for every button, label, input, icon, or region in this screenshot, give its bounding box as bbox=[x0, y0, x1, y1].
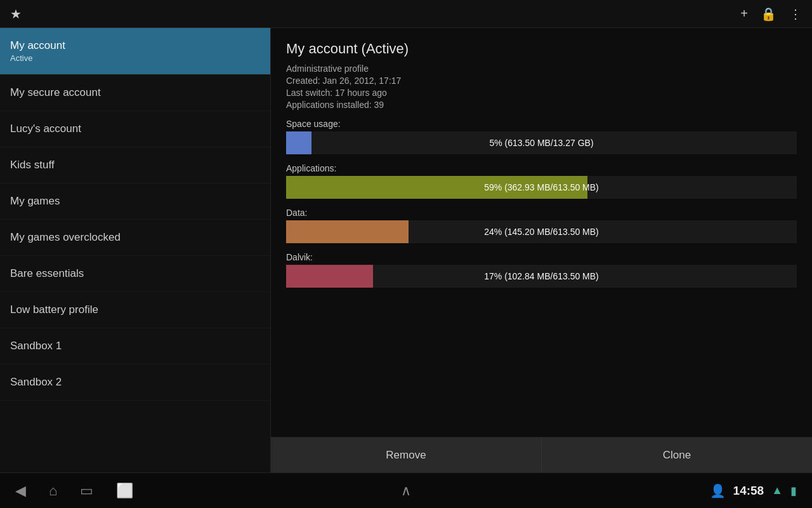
data-bar: 24% (145.20 MB/613.50 MB) bbox=[286, 220, 797, 243]
space-usage-bar: 5% (613.50 MB/13.27 GB) bbox=[286, 131, 797, 154]
space-usage-label: Space usage: bbox=[286, 119, 797, 129]
more-menu-icon[interactable]: ⋮ bbox=[789, 6, 802, 22]
applications-label: Applications: bbox=[286, 163, 797, 173]
clock: 14:58 bbox=[733, 484, 764, 498]
space-usage-bar-text: 5% (613.50 MB/13.27 GB) bbox=[286, 138, 797, 148]
battery-icon: ▮ bbox=[790, 484, 797, 498]
sidebar-item-sandbox-2[interactable]: Sandbox 2 bbox=[0, 364, 270, 401]
data-label: Data: bbox=[286, 208, 797, 218]
sidebar-item-low-battery-profile[interactable]: Low battery profile bbox=[0, 292, 270, 328]
star-icon[interactable]: ★ bbox=[10, 6, 22, 22]
sidebar-item-my-account[interactable]: My accountActive bbox=[0, 28, 270, 75]
detail-buttons: Remove Clone bbox=[271, 437, 812, 472]
sidebar-item-my-games-overclocked[interactable]: My games overclocked bbox=[0, 220, 270, 256]
applications-bar-text: 59% (362.93 MB/613.50 MB) bbox=[286, 182, 797, 192]
data-section: Data: 24% (145.20 MB/613.50 MB) bbox=[286, 208, 797, 243]
sidebar-item-label: My games overclocked bbox=[10, 231, 121, 243]
dalvik-section: Dalvik: 17% (102.84 MB/613.50 MB) bbox=[286, 252, 797, 288]
up-arrow-icon[interactable]: ∧ bbox=[401, 483, 411, 498]
applications-section: Applications: 59% (362.93 MB/613.50 MB) bbox=[286, 163, 797, 199]
home-icon[interactable]: ⌂ bbox=[49, 483, 57, 499]
sidebar-item-label: Lucy's account bbox=[10, 123, 81, 135]
sidebar-item-subtitle: Active bbox=[10, 53, 260, 63]
sidebar-item-label: Sandbox 2 bbox=[10, 376, 62, 388]
apps-installed: Applications installed: 39 bbox=[286, 100, 797, 110]
sidebar: My accountActiveMy secure accountLucy's … bbox=[0, 28, 271, 472]
remove-button[interactable]: Remove bbox=[271, 438, 542, 472]
sidebar-item-lucys-account[interactable]: Lucy's account bbox=[0, 111, 270, 147]
lock-icon[interactable]: 🔒 bbox=[761, 6, 776, 22]
space-usage-section: Space usage: 5% (613.50 MB/13.27 GB) bbox=[286, 119, 797, 154]
sidebar-item-sandbox-1[interactable]: Sandbox 1 bbox=[0, 328, 270, 364]
detail-panel: My account (Active) Administrative profi… bbox=[271, 28, 812, 472]
sidebar-item-label: Sandbox 1 bbox=[10, 340, 62, 352]
detail-title: My account (Active) bbox=[286, 41, 797, 57]
sidebar-item-label: Low battery profile bbox=[10, 304, 98, 316]
profile-type: Administrative profile bbox=[286, 64, 797, 74]
sidebar-item-kids-stuff[interactable]: Kids stuff bbox=[0, 147, 270, 184]
clone-button[interactable]: Clone bbox=[542, 438, 812, 472]
sidebar-item-label: My account bbox=[10, 39, 65, 51]
user-icon: 👤 bbox=[710, 483, 726, 498]
dalvik-bar-text: 17% (102.84 MB/613.50 MB) bbox=[286, 271, 797, 281]
topbar: ★ + 🔒 ⋮ bbox=[0, 0, 812, 28]
dalvik-label: Dalvik: bbox=[286, 252, 797, 262]
screenshot-icon[interactable]: ⬜ bbox=[116, 483, 133, 499]
sidebar-item-my-games[interactable]: My games bbox=[0, 184, 270, 220]
add-icon[interactable]: + bbox=[740, 6, 748, 21]
sidebar-item-label: My secure account bbox=[10, 86, 101, 98]
wifi-icon: ▲ bbox=[771, 484, 783, 497]
back-icon[interactable]: ◀ bbox=[15, 483, 26, 499]
bottom-right: 👤 14:58 ▲ ▮ bbox=[710, 483, 797, 498]
main-content: My accountActiveMy secure accountLucy's … bbox=[0, 28, 812, 472]
sidebar-item-label: Bare essentials bbox=[10, 267, 84, 279]
recent-apps-icon[interactable]: ▭ bbox=[80, 483, 93, 499]
sidebar-item-label: My games bbox=[10, 195, 60, 207]
dalvik-bar: 17% (102.84 MB/613.50 MB) bbox=[286, 265, 797, 288]
sidebar-item-label: Kids stuff bbox=[10, 159, 55, 171]
bottom-nav: ◀ ⌂ ▭ ⬜ bbox=[15, 483, 133, 499]
detail-content: My account (Active) Administrative profi… bbox=[271, 28, 812, 437]
sidebar-item-my-secure-account[interactable]: My secure account bbox=[0, 75, 270, 111]
created-date: Created: Jan 26, 2012, 17:17 bbox=[286, 76, 797, 86]
data-bar-text: 24% (145.20 MB/613.50 MB) bbox=[286, 227, 797, 237]
sidebar-item-bare-essentials[interactable]: Bare essentials bbox=[0, 256, 270, 292]
last-switch: Last switch: 17 hours ago bbox=[286, 88, 797, 98]
bottombar: ◀ ⌂ ▭ ⬜ ∧ 👤 14:58 ▲ ▮ bbox=[0, 472, 812, 508]
applications-bar: 59% (362.93 MB/613.50 MB) bbox=[286, 176, 797, 199]
